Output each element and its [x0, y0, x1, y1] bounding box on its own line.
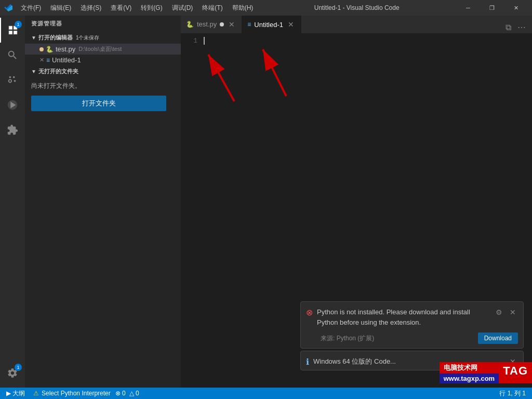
status-bar-right: 行 1, 列 1 [497, 389, 528, 398]
menu-select[interactable]: 选择(S) [76, 3, 105, 14]
menu-view[interactable]: 查看(V) [107, 3, 136, 14]
python-not-installed-notification: ⊗ Python is not installed. Please downlo… [300, 301, 524, 349]
menu-file[interactable]: 文件(F) [17, 3, 45, 14]
open-editors-arrow: ▼ [31, 35, 36, 41]
error-icon: ⊗ [306, 308, 313, 317]
cursor-line [204, 37, 532, 45]
split-editor-icon[interactable]: ⧉ [503, 22, 513, 33]
close-button[interactable]: ✕ [504, 0, 528, 16]
no-folder-arrow: ▼ [31, 69, 36, 74]
line-numbers: 1 [181, 34, 202, 388]
notification-actions: ⚙ ✕ [494, 307, 518, 317]
file-icon-untitled: ≡ [46, 57, 50, 64]
text-cursor [204, 37, 205, 45]
outline-arrow: ▶ [6, 390, 11, 397]
no-folder-message: 尚未打开文件夹。 [31, 82, 175, 90]
activity-search[interactable] [0, 43, 25, 68]
open-folder-button[interactable]: 打开文件夹 [31, 96, 166, 111]
warning-count: △ 0 [129, 390, 139, 397]
file-path-testpy: D:\tools\桌面\test [78, 45, 122, 53]
no-folder-section[interactable]: ▼ 无打开的文件夹 [25, 65, 181, 77]
info-notification-text: Windows 64 位版的 Code... [313, 356, 503, 367]
activity-explorer[interactable]: 1 [0, 18, 25, 43]
status-bar-left: ▶ 大纲 ⚠ Select Python Interpreter ⊗ 0 △ 0 [4, 389, 141, 398]
tab-dirty-testpy [220, 22, 224, 26]
activity-run[interactable] [0, 92, 25, 117]
file-item-testpy[interactable]: 🐍 test.py D:\tools\桌面\test [25, 44, 181, 55]
tab-bar: 🐍 test.py ✕ ≡ Untitled-1 ✕ ⧉ ⋯ [181, 16, 532, 34]
status-outline[interactable]: ▶ 大纲 [4, 389, 27, 398]
explorer-badge: 1 [15, 21, 22, 28]
file-close-untitled[interactable]: ✕ [39, 57, 44, 63]
no-folder-content: 尚未打开文件夹。 打开文件夹 [25, 77, 181, 115]
activity-bar-bottom: 1 [0, 361, 25, 388]
activity-extensions[interactable] [0, 117, 25, 142]
more-tabs-icon[interactable]: ⋯ [515, 21, 528, 33]
tab-close-testpy[interactable]: ✕ [227, 20, 236, 29]
notification-header: ⊗ Python is not installed. Please downlo… [301, 302, 523, 330]
info-notification-close-button[interactable]: ✕ [508, 356, 518, 367]
file-name-testpy: test.py [56, 45, 75, 53]
outline-label: 大纲 [12, 389, 25, 398]
tab-icon-testpy: 🐍 [186, 21, 194, 28]
status-bar: ▶ 大纲 ⚠ Select Python Interpreter ⊗ 0 △ 0… [0, 388, 532, 399]
sidebar: 资源管理器 ▼ 打开的编辑器 1个未保存 🐍 test.py D:\tools\… [25, 16, 181, 388]
windows-info-notification: ℹ Windows 64 位版的 Code... ✕ [300, 351, 524, 370]
settings-icon[interactable]: 1 [0, 361, 25, 385]
tab-testpy[interactable]: 🐍 test.py ✕ [181, 16, 242, 33]
file-name-untitled: Untitled-1 [52, 56, 81, 64]
open-editors-section[interactable]: ▼ 打开的编辑器 1个未保存 [25, 32, 181, 44]
notification-settings-button[interactable]: ⚙ [494, 307, 504, 317]
tab-untitled[interactable]: ≡ Untitled-1 ✕ [242, 16, 301, 33]
cursor-position-label: 行 1, 列 1 [499, 389, 526, 398]
unsaved-badge: 1个未保存 [76, 34, 100, 42]
python-interpreter-icon: ⚠ [33, 390, 39, 397]
notification-text: Python is not installed. Please download… [317, 307, 489, 327]
menu-bar: 文件(F) 编辑(E) 选择(S) 查看(V) 转到(G) 调试(D) 终端(T… [17, 3, 257, 14]
settings-badge: 1 [15, 364, 22, 371]
activity-bar: 1 1 [0, 16, 25, 388]
vscode-logo [4, 4, 12, 12]
main-layout: 1 1 [0, 16, 532, 388]
file-item-untitled[interactable]: ✕ ≡ Untitled-1 [25, 55, 181, 65]
menu-edit[interactable]: 编辑(E) [46, 3, 75, 14]
notification-close-button[interactable]: ✕ [508, 307, 518, 317]
info-notification-actions: ✕ [508, 356, 518, 367]
activity-source-control[interactable] [0, 68, 25, 92]
menu-terminal[interactable]: 终端(T) [198, 3, 227, 14]
dirty-indicator [39, 47, 44, 51]
title-bar-left: 文件(F) 编辑(E) 选择(S) 查看(V) 转到(G) 调试(D) 终端(T… [4, 3, 257, 14]
window-title: Untitled-1 - Visual Studio Code [257, 4, 456, 11]
download-button[interactable]: Download [478, 332, 518, 344]
line-1: 1 [181, 37, 197, 45]
info-notification-header: ℹ Windows 64 位版的 Code... ✕ [301, 351, 523, 370]
window-controls: ─ ❐ ✕ [456, 0, 528, 16]
error-count: ⊗ 0 [115, 390, 126, 397]
maximize-button[interactable]: ❐ [480, 0, 504, 16]
menu-help[interactable]: 帮助(H) [228, 3, 258, 14]
sidebar-header: 资源管理器 [25, 16, 181, 32]
tab-name-untitled: Untitled-1 [254, 21, 283, 29]
status-python-interpreter[interactable]: ⚠ Select Python Interpreter ⊗ 0 △ 0 [31, 390, 141, 397]
notification-footer: 来源: Python (扩展) Download [301, 330, 523, 348]
notification-area: ⊗ Python is not installed. Please downlo… [300, 301, 524, 370]
title-bar: 文件(F) 编辑(E) 选择(S) 查看(V) 转到(G) 调试(D) 终端(T… [0, 0, 532, 16]
menu-goto[interactable]: 转到(G) [137, 3, 166, 14]
no-folder-title: 无打开的文件夹 [38, 68, 78, 75]
open-editors-title: 打开的编辑器 1个未保存 [38, 34, 175, 42]
tab-icon-untitled: ≡ [247, 21, 251, 28]
info-icon: ℹ [306, 357, 309, 367]
editor-area: 🐍 test.py ✕ ≡ Untitled-1 ✕ ⧉ ⋯ 1 [181, 16, 532, 388]
menu-debug[interactable]: 调试(D) [168, 3, 197, 14]
status-cursor-position[interactable]: 行 1, 列 1 [497, 389, 528, 398]
file-icon-testpy: 🐍 [46, 46, 54, 53]
tab-bar-actions: ⧉ ⋯ [499, 21, 532, 33]
tab-name-testpy: test.py [197, 20, 217, 28]
tab-close-untitled[interactable]: ✕ [286, 20, 296, 29]
notification-source: 来源: Python (扩展) [321, 334, 374, 343]
minimize-button[interactable]: ─ [456, 0, 480, 16]
python-interpreter-label: Select Python Interpreter [42, 390, 111, 397]
